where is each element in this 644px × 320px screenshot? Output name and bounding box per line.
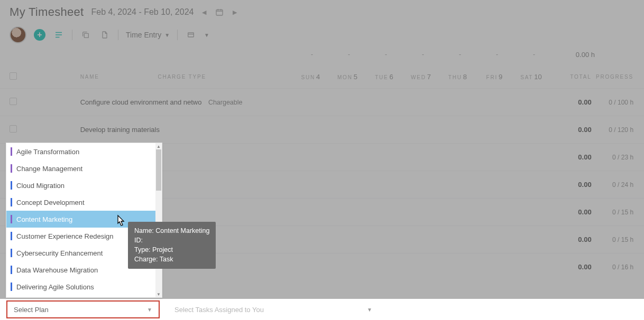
row-progress: 0 / 15 h <box>592 236 644 243</box>
select-plan-dropdown[interactable]: Select Plan ▼ <box>6 300 160 318</box>
select-tasks-dropdown[interactable]: Select Tasks Assigned to You ▼ <box>170 306 376 314</box>
row-total: 0.00 <box>549 126 591 134</box>
plan-dropdown-popup: Agile TransformationChange ManagementClo… <box>6 143 162 298</box>
column-header: NAME CHARGE TYPE SUN4 MON5 TUE6 WED7 THU… <box>0 59 644 88</box>
dropdown-item[interactable]: Concept Development <box>6 194 155 211</box>
select-all-checkbox[interactable] <box>10 72 17 80</box>
add-button[interactable]: + <box>34 29 45 41</box>
row-total: 0.00 <box>549 236 591 243</box>
avatar[interactable] <box>10 26 26 43</box>
row-name: Develop training materials <box>26 126 208 134</box>
dropdown-item-label: Agile Transformation <box>16 148 79 156</box>
row-total: 0.00 <box>549 181 591 189</box>
row-name: Configure cloud environment and netwo <box>26 98 208 106</box>
col-progress[interactable]: PROGRESS <box>592 74 644 80</box>
scroll-down-icon[interactable]: ▼ <box>155 291 162 297</box>
row-progress: 0 / 100 h <box>592 99 644 106</box>
row-progress: 0 / 120 h <box>592 126 644 134</box>
row-progress: 0 / 15 h <box>592 209 644 216</box>
select-plan-label: Select Plan <box>14 306 49 314</box>
chevron-down-icon: ▼ <box>147 307 152 313</box>
day-total-sun: - <box>293 51 330 59</box>
day-total-wed: - <box>404 51 441 59</box>
item-tooltip: Name: Content Marketing ID: Type: Projec… <box>128 222 216 269</box>
color-bar-icon <box>11 164 12 173</box>
toolbar: + Time Entry ▼ ▼ <box>0 22 644 51</box>
svg-rect-1 <box>84 33 88 37</box>
dropdown-item[interactable]: Change Management <box>6 160 155 177</box>
dropdown-item-label: Concept Development <box>16 199 85 206</box>
color-bar-icon <box>11 215 12 223</box>
col-day-thu: THU8 <box>439 73 476 81</box>
row-checkbox[interactable] <box>10 125 17 133</box>
row-total: 0.00 <box>549 98 591 106</box>
chevron-down-icon: ▼ <box>367 307 372 313</box>
next-period-button[interactable]: ▶ <box>232 9 238 16</box>
toolbar-divider <box>118 30 118 40</box>
dropdown-item[interactable]: Delivering Agile Solutions <box>6 278 155 295</box>
dropdown-item-label: Cybersecurity Enhancement <box>16 249 103 257</box>
color-bar-icon <box>11 181 12 190</box>
row-progress: 0 / 16 h <box>592 263 644 271</box>
page-title: My Timesheet <box>10 5 84 19</box>
dropdown-item-label: Customer Experience Redesign <box>16 232 114 240</box>
day-total-tue: - <box>367 51 404 59</box>
row-total: 0.00 <box>549 263 591 271</box>
row-checkbox[interactable] <box>10 98 17 105</box>
dropdown-item-label: Data Warehouse Migration <box>16 266 98 274</box>
table-row[interactable]: Configure cloud environment and netwoCha… <box>0 88 644 116</box>
row-total: 0.00 <box>549 153 591 161</box>
dropdown-scrollbar[interactable]: ▲ ▼ <box>155 143 162 297</box>
list-icon[interactable] <box>53 29 65 41</box>
pointer-cursor-icon <box>113 214 128 230</box>
row-progress: 0 / 24 h <box>592 181 644 189</box>
dropdown-item-label: Cloud Migration <box>16 182 65 190</box>
color-bar-icon <box>11 147 12 156</box>
col-total[interactable]: TOTAL <box>549 74 591 80</box>
svg-rect-2 <box>188 33 194 37</box>
col-name[interactable]: NAME <box>26 74 158 80</box>
row-total: 0.00 <box>549 208 591 216</box>
totals-row: - - - - - - - 0.00 h <box>0 51 644 59</box>
col-day-fri: FRI9 <box>476 73 513 81</box>
date-range: Feb 4, 2024 - Feb 10, 2024 <box>91 7 194 17</box>
chevron-down-icon[interactable]: ▼ <box>204 32 209 38</box>
grand-total: 0.00 h <box>553 51 595 59</box>
svg-rect-0 <box>216 10 223 15</box>
color-bar-icon <box>11 232 12 240</box>
col-day-wed: WED7 <box>402 73 439 81</box>
dropdown-item[interactable]: Agile Transformation <box>6 143 155 160</box>
col-day-sat: SAT10 <box>513 73 550 81</box>
row-charge-type: Chargeable <box>208 99 292 106</box>
scroll-thumb[interactable] <box>156 149 161 191</box>
document-icon[interactable] <box>99 29 111 41</box>
grid-icon[interactable] <box>185 29 197 41</box>
dropdown-item-label: Change Management <box>16 165 82 173</box>
day-total-sat: - <box>516 51 553 59</box>
dropdown-item-label: Content Marketing <box>16 215 72 223</box>
row-progress: 0 / 23 h <box>592 154 644 161</box>
prev-period-button[interactable]: ◀ <box>201 9 207 16</box>
day-total-thu: - <box>441 51 479 59</box>
toolbar-divider <box>177 30 178 40</box>
bottom-bar: Select Plan ▼ Select Tasks Assigned to Y… <box>0 299 644 320</box>
toolbar-divider <box>72 30 72 40</box>
col-charge-type[interactable]: CHARGE TYPE <box>158 74 292 80</box>
copy-icon[interactable] <box>80 29 91 41</box>
col-day-sun: SUN4 <box>292 73 329 81</box>
color-bar-icon <box>11 283 12 291</box>
page-header: My Timesheet Feb 4, 2024 - Feb 10, 2024 … <box>0 0 644 22</box>
color-bar-icon <box>11 198 12 206</box>
col-day-tue: TUE6 <box>366 73 403 81</box>
dropdown-item[interactable]: Cloud Migration <box>6 177 155 194</box>
dropdown-item-label: Delivering Agile Solutions <box>16 283 94 291</box>
table-row[interactable]: Develop training materials0.000 / 120 h <box>0 116 644 143</box>
select-tasks-label: Select Tasks Assigned to You <box>174 306 264 314</box>
scroll-up-icon[interactable]: ▲ <box>155 143 162 149</box>
day-total-fri: - <box>479 51 516 59</box>
calendar-icon[interactable] <box>215 7 224 17</box>
color-bar-icon <box>11 249 12 257</box>
mode-selector[interactable]: Time Entry ▼ <box>126 31 170 39</box>
color-bar-icon <box>11 266 12 274</box>
col-day-mon: MON5 <box>329 73 366 81</box>
